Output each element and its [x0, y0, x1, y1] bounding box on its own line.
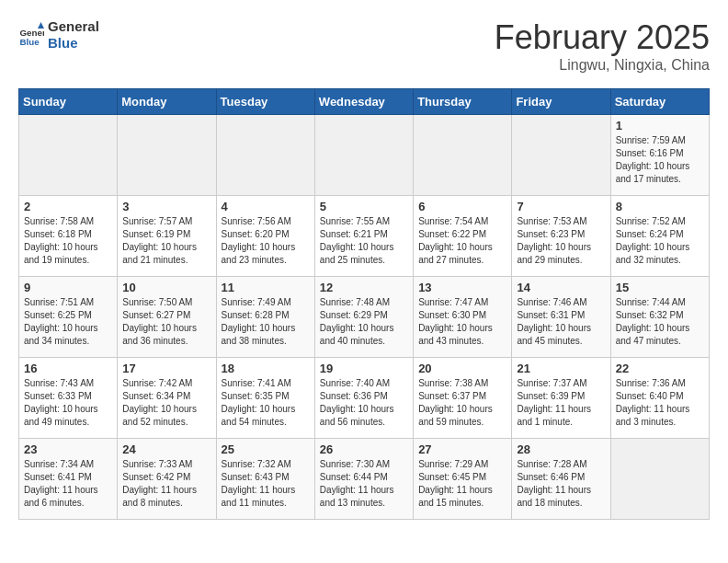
table-cell: 13Sunrise: 7:47 AM Sunset: 6:30 PM Dayli…	[414, 277, 512, 358]
table-cell	[610, 439, 709, 520]
table-cell: 20Sunrise: 7:38 AM Sunset: 6:37 PM Dayli…	[414, 358, 512, 439]
table-cell: 3Sunrise: 7:57 AM Sunset: 6:19 PM Daylig…	[118, 196, 216, 277]
table-cell: 24Sunrise: 7:33 AM Sunset: 6:42 PM Dayli…	[118, 439, 216, 520]
day-number: 3	[122, 200, 210, 213]
day-number: 7	[517, 200, 605, 213]
table-cell: 10Sunrise: 7:50 AM Sunset: 6:27 PM Dayli…	[118, 277, 216, 358]
day-info: Sunrise: 7:54 AM Sunset: 6:22 PM Dayligh…	[418, 215, 506, 267]
weekday-monday: Monday	[118, 89, 216, 115]
table-cell: 14Sunrise: 7:46 AM Sunset: 6:31 PM Dayli…	[512, 277, 610, 358]
day-number: 6	[418, 200, 506, 213]
day-number: 1	[616, 119, 704, 132]
day-number: 4	[222, 200, 310, 213]
calendar-title: February 2025	[495, 18, 710, 57]
day-number: 11	[222, 281, 310, 294]
weekday-thursday: Thursday	[414, 89, 512, 115]
day-number: 25	[222, 442, 310, 456]
day-info: Sunrise: 7:48 AM Sunset: 6:29 PM Dayligh…	[320, 296, 408, 348]
table-cell	[118, 115, 216, 196]
day-info: Sunrise: 7:40 AM Sunset: 6:36 PM Dayligh…	[320, 377, 408, 429]
table-cell: 26Sunrise: 7:30 AM Sunset: 6:44 PM Dayli…	[314, 439, 413, 520]
table-cell: 16Sunrise: 7:43 AM Sunset: 6:33 PM Dayli…	[19, 358, 118, 439]
day-number: 2	[24, 200, 112, 213]
day-number: 22	[616, 362, 704, 375]
weekday-wednesday: Wednesday	[314, 89, 413, 115]
logo-line1: General	[48, 18, 99, 35]
table-cell: 15Sunrise: 7:44 AM Sunset: 6:32 PM Dayli…	[610, 277, 709, 358]
day-info: Sunrise: 7:59 AM Sunset: 6:16 PM Dayligh…	[616, 134, 704, 186]
week-row-3: 9Sunrise: 7:51 AM Sunset: 6:25 PM Daylig…	[19, 277, 710, 358]
table-cell: 23Sunrise: 7:34 AM Sunset: 6:41 PM Dayli…	[19, 439, 118, 520]
day-number: 15	[616, 281, 704, 294]
table-cell: 25Sunrise: 7:32 AM Sunset: 6:43 PM Dayli…	[216, 439, 314, 520]
title-block: February 2025 Lingwu, Ningxia, China	[495, 18, 710, 74]
table-cell: 17Sunrise: 7:42 AM Sunset: 6:34 PM Dayli…	[118, 358, 216, 439]
logo-icon: General Blue	[18, 22, 44, 48]
day-number: 27	[418, 442, 506, 456]
day-info: Sunrise: 7:42 AM Sunset: 6:34 PM Dayligh…	[122, 377, 210, 429]
table-cell	[512, 115, 610, 196]
table-cell: 27Sunrise: 7:29 AM Sunset: 6:45 PM Dayli…	[414, 439, 512, 520]
table-cell: 6Sunrise: 7:54 AM Sunset: 6:22 PM Daylig…	[414, 196, 512, 277]
day-info: Sunrise: 7:55 AM Sunset: 6:21 PM Dayligh…	[320, 215, 408, 267]
day-number: 28	[517, 442, 605, 456]
day-info: Sunrise: 7:32 AM Sunset: 6:43 PM Dayligh…	[222, 458, 310, 510]
table-cell: 9Sunrise: 7:51 AM Sunset: 6:25 PM Daylig…	[19, 277, 118, 358]
table-cell	[414, 115, 512, 196]
table-cell	[314, 115, 413, 196]
day-info: Sunrise: 7:53 AM Sunset: 6:23 PM Dayligh…	[517, 215, 605, 267]
calendar-subtitle: Lingwu, Ningxia, China	[495, 57, 710, 74]
table-cell: 12Sunrise: 7:48 AM Sunset: 6:29 PM Dayli…	[314, 277, 413, 358]
table-cell: 1Sunrise: 7:59 AM Sunset: 6:16 PM Daylig…	[610, 115, 709, 196]
day-number: 10	[122, 281, 210, 294]
day-number: 19	[320, 362, 408, 375]
table-cell: 5Sunrise: 7:55 AM Sunset: 6:21 PM Daylig…	[314, 196, 413, 277]
table-cell: 4Sunrise: 7:56 AM Sunset: 6:20 PM Daylig…	[216, 196, 314, 277]
weekday-sunday: Sunday	[19, 89, 118, 115]
day-number: 24	[122, 442, 210, 456]
day-number: 14	[517, 281, 605, 294]
page-header: General Blue General Blue February 2025 …	[18, 18, 710, 74]
table-cell: 11Sunrise: 7:49 AM Sunset: 6:28 PM Dayli…	[216, 277, 314, 358]
day-number: 8	[616, 200, 704, 213]
day-number: 16	[24, 362, 112, 375]
svg-marker-2	[38, 22, 44, 29]
day-info: Sunrise: 7:29 AM Sunset: 6:45 PM Dayligh…	[418, 458, 506, 510]
week-row-2: 2Sunrise: 7:58 AM Sunset: 6:18 PM Daylig…	[19, 196, 710, 277]
table-cell: 8Sunrise: 7:52 AM Sunset: 6:24 PM Daylig…	[610, 196, 709, 277]
table-cell: 22Sunrise: 7:36 AM Sunset: 6:40 PM Dayli…	[610, 358, 709, 439]
table-cell: 18Sunrise: 7:41 AM Sunset: 6:35 PM Dayli…	[216, 358, 314, 439]
day-info: Sunrise: 7:30 AM Sunset: 6:44 PM Dayligh…	[320, 458, 408, 510]
table-cell	[19, 115, 118, 196]
week-row-4: 16Sunrise: 7:43 AM Sunset: 6:33 PM Dayli…	[19, 358, 710, 439]
day-info: Sunrise: 7:44 AM Sunset: 6:32 PM Dayligh…	[616, 296, 704, 348]
day-info: Sunrise: 7:37 AM Sunset: 6:39 PM Dayligh…	[517, 377, 605, 429]
table-cell: 19Sunrise: 7:40 AM Sunset: 6:36 PM Dayli…	[314, 358, 413, 439]
day-number: 5	[320, 200, 408, 213]
logo-line2: Blue	[48, 35, 99, 52]
table-cell	[216, 115, 314, 196]
day-number: 26	[320, 442, 408, 456]
day-info: Sunrise: 7:56 AM Sunset: 6:20 PM Dayligh…	[222, 215, 310, 267]
day-info: Sunrise: 7:46 AM Sunset: 6:31 PM Dayligh…	[517, 296, 605, 348]
table-cell: 28Sunrise: 7:28 AM Sunset: 6:46 PM Dayli…	[512, 439, 610, 520]
day-info: Sunrise: 7:52 AM Sunset: 6:24 PM Dayligh…	[616, 215, 704, 267]
day-number: 9	[24, 281, 112, 294]
day-info: Sunrise: 7:43 AM Sunset: 6:33 PM Dayligh…	[24, 377, 112, 429]
day-info: Sunrise: 7:58 AM Sunset: 6:18 PM Dayligh…	[24, 215, 112, 267]
weekday-header-row: SundayMondayTuesdayWednesdayThursdayFrid…	[19, 89, 710, 115]
weekday-saturday: Saturday	[610, 89, 709, 115]
day-info: Sunrise: 7:47 AM Sunset: 6:30 PM Dayligh…	[418, 296, 506, 348]
day-info: Sunrise: 7:33 AM Sunset: 6:42 PM Dayligh…	[122, 458, 210, 510]
day-number: 18	[222, 362, 310, 375]
table-cell: 2Sunrise: 7:58 AM Sunset: 6:18 PM Daylig…	[19, 196, 118, 277]
svg-text:Blue: Blue	[19, 37, 40, 47]
day-info: Sunrise: 7:36 AM Sunset: 6:40 PM Dayligh…	[616, 377, 704, 429]
day-info: Sunrise: 7:38 AM Sunset: 6:37 PM Dayligh…	[418, 377, 506, 429]
week-row-1: 1Sunrise: 7:59 AM Sunset: 6:16 PM Daylig…	[19, 115, 710, 196]
day-number: 20	[418, 362, 506, 375]
table-cell: 21Sunrise: 7:37 AM Sunset: 6:39 PM Dayli…	[512, 358, 610, 439]
day-number: 13	[418, 281, 506, 294]
weekday-friday: Friday	[512, 89, 610, 115]
day-info: Sunrise: 7:51 AM Sunset: 6:25 PM Dayligh…	[24, 296, 112, 348]
